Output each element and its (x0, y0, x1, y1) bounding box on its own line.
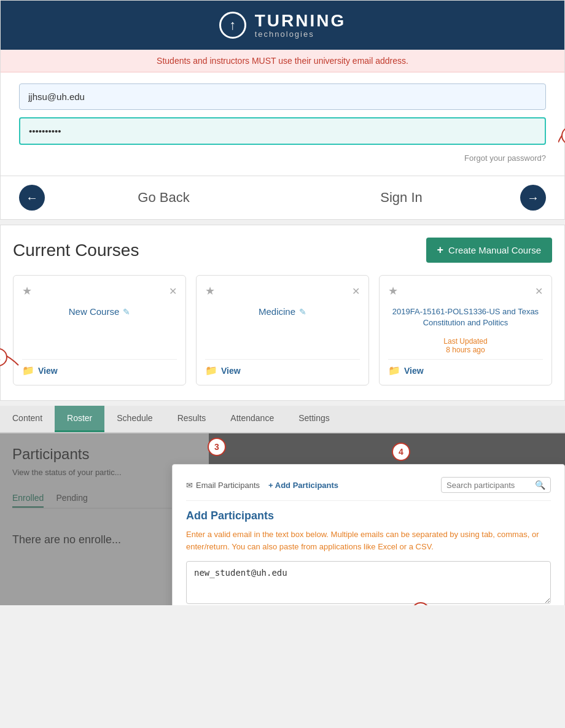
updated-time: 8 hours ago (388, 346, 543, 354)
create-course-label: Create Manual Course (448, 245, 541, 255)
courses-section: Current Courses + Create Manual Course ★… (0, 225, 565, 401)
search-participants-input[interactable] (446, 481, 532, 490)
login-header: ↑ TURNING technologies (1, 1, 564, 50)
tab-schedule[interactable]: Schedule (104, 406, 165, 432)
add-participants-label: + Add Participants (268, 481, 338, 490)
card-top-3: ★ ✕ (388, 284, 543, 298)
panel-title: Add Participants (186, 509, 551, 522)
envelope-icon: ✉ (186, 481, 193, 490)
alert-text: Students and instructors MUST use their … (157, 56, 408, 66)
view-button-new[interactable]: 📁 View (22, 359, 177, 376)
panel-desc: Enter a valid email in the text box belo… (186, 529, 551, 552)
view-label-pols: View (404, 366, 424, 376)
go-back-button[interactable]: ← (19, 185, 45, 211)
email-participants-label: Email Participants (196, 481, 260, 490)
search-icon: 🔍 (535, 480, 545, 490)
login-body: 1 Forgot your password? (1, 72, 564, 176)
last-updated-text: Last Updated 8 hours ago (388, 337, 543, 354)
courses-header: Current Courses + Create Manual Course (13, 238, 552, 263)
card-top-2: ★ ✕ (205, 284, 360, 298)
tab-attendance[interactable]: Attendance (218, 406, 286, 432)
email-input-field[interactable]: new_student@uh.edu (186, 561, 551, 604)
course-title-medicine: Medicine ✎ (205, 304, 360, 359)
course-card-medicine: ★ ✕ Medicine ✎ 📁 View (196, 275, 369, 385)
forgot-password-link[interactable]: Forgot your password? (464, 153, 546, 163)
view-label-new: View (38, 366, 58, 376)
courses-title: Current Courses (13, 241, 139, 260)
medicine-title-text: Medicine (259, 306, 295, 317)
course-title-pols: 2019FA-15161-POLS1336-US and Texas Const… (388, 304, 543, 337)
course-card-pols: ★ ✕ 2019FA-15161-POLS1336-US and Texas C… (379, 275, 552, 385)
view-button-medicine[interactable]: 📁 View (205, 359, 360, 376)
folder-icon-2: 📁 (205, 365, 217, 376)
roster-section: Content Roster Schedule Results Attendan… (0, 406, 565, 605)
sign-in-label: Sign In (282, 190, 520, 206)
login-actions: ← Go Back Sign In → (1, 176, 564, 219)
new-course-title-text: New Course (69, 306, 120, 317)
brand-subtext: technologies (255, 29, 346, 39)
tab-settings[interactable]: Settings (286, 406, 342, 432)
pols-title-text: 2019FA-15161-POLS1336-US and Texas Const… (388, 306, 543, 328)
close-icon-2[interactable]: ✕ (352, 285, 360, 297)
logo-icon: ↑ (219, 12, 246, 39)
alert-banner: Students and instructors MUST use their … (1, 50, 564, 72)
brand-info: TURNING technologies (255, 12, 346, 39)
login-section: ↑ TURNING technologies Students and inst… (0, 0, 565, 220)
course-title-new: New Course ✎ (22, 304, 177, 359)
forgot-row: Forgot your password? (19, 152, 546, 163)
tab-bar: Content Roster Schedule Results Attendan… (0, 406, 565, 433)
search-participants-wrap: 🔍 (441, 477, 551, 493)
add-participants-inline-button[interactable]: + Add Participants 4 (268, 481, 338, 490)
updated-label: Last Updated (388, 337, 543, 346)
add-participants-panel: 3 ✉ Email Participants + Add Participant… (172, 464, 565, 605)
star-icon-2[interactable]: ★ (205, 284, 215, 298)
tab-results[interactable]: Results (165, 406, 219, 432)
email-participants-button[interactable]: ✉ Email Participants (186, 481, 260, 490)
brand-name: TURNING (255, 12, 346, 29)
create-manual-course-button[interactable]: + Create Manual Course (426, 238, 552, 263)
course-card-new: ★ ✕ New Course ✎ 📁 View 2 (13, 275, 186, 385)
sign-in-button[interactable]: → (520, 185, 546, 211)
edit-icon[interactable]: ✎ (123, 307, 130, 317)
password-field[interactable] (19, 117, 546, 145)
plus-icon: + (437, 244, 444, 257)
close-icon[interactable]: ✕ (169, 285, 177, 297)
star-icon-3[interactable]: ★ (388, 284, 398, 298)
email-field[interactable] (19, 83, 546, 110)
folder-icon: 📁 (22, 365, 34, 376)
go-back-label: Go Back (45, 190, 282, 206)
edit-icon-2[interactable]: ✎ (299, 307, 306, 317)
courses-grid: ★ ✕ New Course ✎ 📁 View 2 (13, 275, 552, 385)
close-icon-3[interactable]: ✕ (535, 285, 543, 297)
star-icon[interactable]: ★ (22, 284, 32, 298)
card-top: ★ ✕ (22, 284, 177, 298)
tab-content[interactable]: Content (0, 406, 55, 432)
roster-body: Participants View the status of your par… (0, 433, 565, 605)
tab-roster[interactable]: Roster (55, 406, 104, 432)
view-label-medicine: View (221, 366, 241, 376)
view-button-pols[interactable]: 📁 View (388, 359, 543, 376)
folder-icon-3: 📁 (388, 365, 400, 376)
panel-toolbar: ✉ Email Participants + Add Participants … (186, 477, 551, 501)
